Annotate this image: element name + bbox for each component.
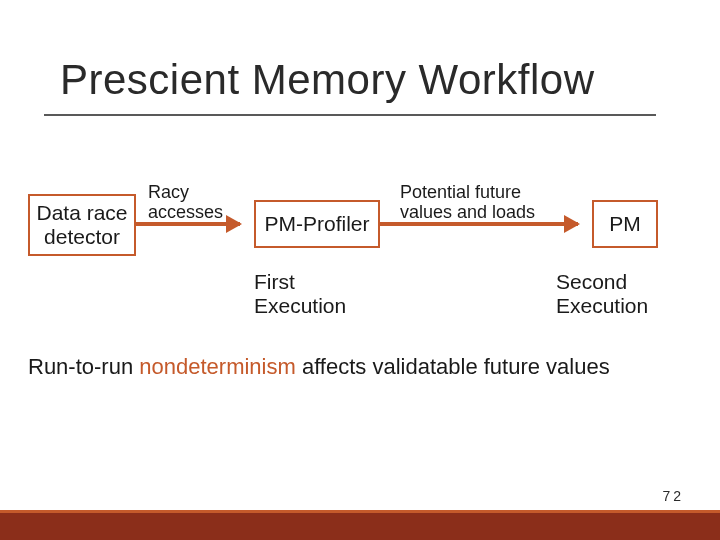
edge-label-potential-future: Potential future values and loads: [400, 183, 570, 223]
page-number: 72: [662, 488, 684, 504]
label-first-execution: First Execution: [254, 270, 374, 318]
edge-label-racy-accesses: Racy accesses: [148, 183, 238, 223]
footer-band: [0, 513, 720, 540]
label-second-execution: Second Execution: [556, 270, 676, 318]
box-pm-profiler: PM-Profiler: [254, 200, 380, 248]
arrow-profiler-to-pm: [380, 222, 578, 226]
title-underline: [44, 114, 656, 116]
box-data-race-detector: Data race detector: [28, 194, 136, 256]
slide-title: Prescient Memory Workflow: [60, 56, 595, 104]
caption-text: Run-to-run nondeterminism affects valida…: [28, 354, 610, 380]
caption-highlight: nondeterminism: [139, 354, 296, 379]
caption-post: affects validatable future values: [296, 354, 610, 379]
box-pm: PM: [592, 200, 658, 248]
arrow-detector-to-profiler: [136, 222, 240, 226]
caption-pre: Run-to-run: [28, 354, 139, 379]
